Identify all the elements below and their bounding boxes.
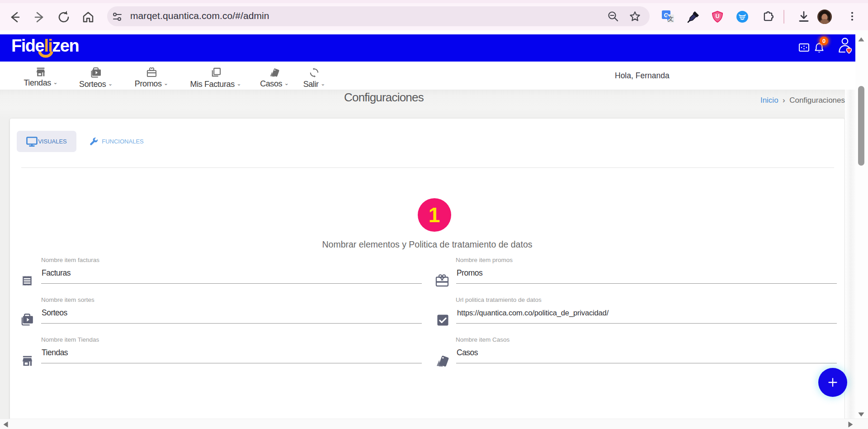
svg-text:U: U [715, 13, 719, 19]
